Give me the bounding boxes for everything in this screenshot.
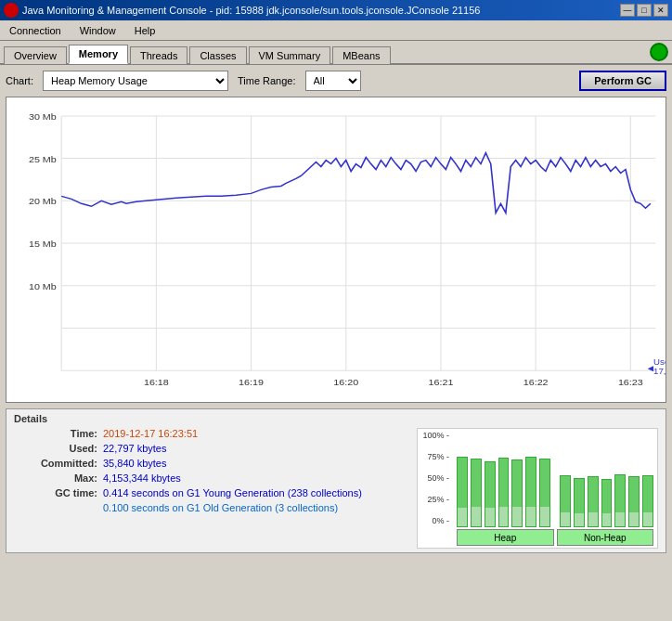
bar-used-1	[458, 458, 467, 508]
bar-nh-committed-1	[560, 475, 571, 527]
bar-col-nh6	[628, 433, 640, 527]
bar-col-nh5	[614, 433, 626, 527]
svg-text:15 Mb: 15 Mb	[29, 239, 57, 249]
bar-nh-used-2	[575, 479, 584, 513]
title-bar: Java Monitoring & Management Console - p…	[0, 0, 672, 20]
bar-committed-7	[539, 459, 550, 527]
details-content: Time: 2019-12-17 16:23:51 Used: 22,797 k…	[14, 428, 658, 549]
bar-nh-used-5	[615, 475, 625, 512]
gc-time-label: GC time:	[14, 487, 97, 498]
chart-svg: 30 Mb 25 Mb 20 Mb 15 Mb 10 Mb 16:18 16:1…	[6, 97, 666, 402]
bar-nh-used-6	[629, 477, 639, 512]
used-row: Used: 22,797 kbytes	[14, 443, 407, 454]
y-label-0: 0% -	[432, 516, 449, 525]
bar-col-nh2	[574, 433, 585, 527]
used-label: Used:	[14, 443, 97, 454]
bar-committed-6	[525, 457, 536, 528]
menu-bar: Connection Window Help	[0, 20, 672, 41]
chart-select[interactable]: Heap Memory Usage Non-Heap Memory Usage	[43, 71, 228, 91]
tab-mbeans[interactable]: MBeans	[332, 46, 390, 64]
time-value: 2019-12-17 16:23:51	[103, 428, 198, 439]
y-label-25: 25% -	[427, 495, 449, 504]
restore-button[interactable]: □	[637, 4, 652, 17]
svg-text:30 Mb: 30 Mb	[29, 111, 57, 122]
bar-nh-committed-5	[614, 474, 626, 527]
svg-text:16:22: 16:22	[523, 377, 549, 387]
tab-vm-summary[interactable]: VM Summary	[249, 46, 331, 64]
y-label-50: 50% -	[427, 473, 449, 483]
chart-controls: Chart: Heap Memory Usage Non-Heap Memory…	[6, 71, 666, 91]
perform-gc-button[interactable]: Perform GC	[579, 71, 666, 91]
window-controls[interactable]: — □ ✕	[620, 4, 668, 17]
heap-button[interactable]: Heap	[457, 529, 554, 546]
svg-text:25 Mb: 25 Mb	[29, 154, 57, 164]
svg-text:16:23: 16:23	[618, 377, 643, 387]
committed-value: 35,840 kbytes	[103, 458, 167, 469]
bar-nh-committed-7	[642, 475, 653, 527]
bar-col-3	[485, 433, 496, 527]
tab-overview[interactable]: Overview	[4, 46, 67, 64]
bar-col-nh1	[560, 433, 571, 527]
menu-connection[interactable]: Connection	[4, 23, 67, 38]
nonheap-button[interactable]: Non-Heap	[557, 529, 654, 546]
svg-text:16:21: 16:21	[429, 377, 454, 387]
bar-committed-4	[498, 458, 510, 527]
gc-time-value2: 0.100 seconds on G1 Old Generation (3 co…	[103, 502, 338, 513]
svg-text:20 Mb: 20 Mb	[29, 197, 57, 207]
bars-area	[453, 429, 657, 527]
tab-threads[interactable]: Threads	[130, 46, 187, 64]
svg-text:Used: Used	[653, 358, 666, 368]
bar-nh-used-4	[602, 480, 612, 514]
main-content: Chart: Heap Memory Usage Non-Heap Memory…	[0, 65, 672, 619]
bar-nh-committed-2	[574, 478, 585, 527]
svg-text:16:18: 16:18	[144, 377, 169, 387]
bar-committed-2	[471, 459, 482, 527]
time-label: Time Range:	[238, 75, 296, 86]
svg-text:17,999,208: 17,999,208	[653, 368, 666, 377]
max-row: Max: 4,153,344 kbytes	[14, 472, 407, 484]
status-indicator	[650, 43, 668, 61]
bar-col-4	[498, 433, 510, 527]
bar-col-2	[471, 433, 482, 527]
bar-nh-used-7	[643, 476, 653, 512]
tab-memory[interactable]: Memory	[69, 45, 128, 64]
time-range-select[interactable]: All 1 min 5 min 10 min 1 hr	[305, 71, 361, 91]
minimize-button[interactable]: —	[620, 4, 635, 17]
max-label: Max:	[14, 472, 97, 484]
gc-time-row: GC time: 0.414 seconds on G1 Young Gener…	[14, 487, 407, 498]
bar-col-nh3	[588, 433, 599, 527]
bar-nh-used-3	[588, 477, 598, 512]
memory-chart: 30 Mb 25 Mb 20 Mb 15 Mb 10 Mb 16:18 16:1…	[6, 97, 666, 403]
chart-label: Chart:	[6, 75, 33, 86]
details-title: Details	[14, 413, 658, 424]
gc-time-value1: 0.414 seconds on G1 Young Generation (23…	[103, 487, 362, 498]
bar-nh-committed-4	[601, 479, 613, 527]
menu-window[interactable]: Window	[74, 23, 122, 38]
title-left: Java Monitoring & Management Console - p…	[4, 3, 480, 18]
gc-time-row2: 0.100 seconds on G1 Old Generation (3 co…	[14, 502, 407, 513]
details-left: Time: 2019-12-17 16:23:51 Used: 22,797 k…	[14, 428, 407, 549]
bar-col-nh4	[601, 433, 613, 527]
svg-text:16:20: 16:20	[333, 377, 358, 387]
details-panel: Details Time: 2019-12-17 16:23:51 Used: …	[6, 408, 666, 553]
svg-text:10 Mb: 10 Mb	[29, 281, 57, 291]
bar-col-1	[457, 433, 468, 527]
bar-used-2	[472, 459, 481, 507]
bar-col-7	[539, 433, 550, 527]
committed-label: Committed:	[14, 458, 97, 469]
tab-classes[interactable]: Classes	[189, 46, 246, 64]
bar-bottom-buttons: Heap Non-Heap	[453, 527, 657, 548]
bar-used-7	[540, 459, 549, 507]
y-label-100: 100% -	[422, 431, 449, 440]
used-value: 22,797 kbytes	[103, 443, 167, 454]
bar-used-6	[526, 458, 536, 508]
bar-nh-committed-6	[628, 476, 640, 527]
max-value: 4,153,344 kbytes	[103, 472, 181, 484]
bar-col-5	[511, 433, 523, 527]
y-label-75: 75% -	[427, 452, 449, 461]
bar-chart-container: 100% - 75% - 50% - 25% - 0% -	[417, 428, 658, 549]
menu-help[interactable]: Help	[129, 23, 162, 38]
close-button[interactable]: ✕	[653, 4, 668, 17]
tab-bar: Overview Memory Threads Classes VM Summa…	[0, 41, 672, 65]
bar-committed-1	[457, 457, 468, 528]
